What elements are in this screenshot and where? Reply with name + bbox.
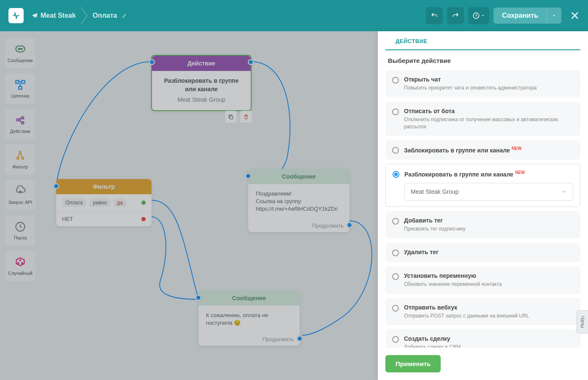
chat-tab[interactable]: Чаты: [577, 310, 588, 334]
page-title: Оплата: [93, 12, 117, 19]
option-title: Создать сделку: [404, 335, 574, 342]
option-add-tag[interactable]: Добавить тег Присвоить тег подписчику: [385, 211, 580, 239]
option-title: Установить переменную: [404, 272, 574, 279]
breadcrumb-separator: [79, 7, 89, 24]
history-button[interactable]: [468, 7, 489, 24]
option-unblock[interactable]: Разблокировать в группе или каналеNEW Me…: [385, 164, 580, 207]
option-remove-tag[interactable]: Удалить тег: [385, 243, 580, 262]
option-webhook[interactable]: Отправить вебхук Отправить POST запрос с…: [385, 298, 580, 326]
save-dropdown[interactable]: [547, 8, 561, 24]
radio[interactable]: [392, 109, 399, 115]
pulse-icon: [12, 11, 20, 20]
option-desc: Отключить подписчика от получения массов…: [404, 116, 574, 130]
header-actions: Сохранить ✕: [426, 7, 580, 24]
app-header: Meat Steak Оплата Сохранить ✕: [0, 0, 588, 31]
option-desc: Отправить POST запрос с данными на внешн…: [404, 312, 574, 320]
new-badge: NEW: [515, 170, 525, 175]
radio[interactable]: [392, 147, 399, 154]
option-desc: Добавить сделку в CRM: [404, 344, 574, 347]
option-title: Отправить вебхук: [404, 304, 574, 311]
option-title: Добавить тег: [404, 217, 574, 224]
undo-icon: [431, 12, 438, 19]
apply-button[interactable]: Применить: [385, 355, 441, 372]
breadcrumb: Meat Steak Оплата: [31, 7, 127, 24]
new-badge: NEW: [512, 146, 521, 151]
close-button[interactable]: ✕: [570, 9, 580, 23]
telegram-icon: [31, 12, 38, 19]
modal-overlay[interactable]: [0, 31, 378, 380]
radio[interactable]: [392, 218, 399, 225]
breadcrumb-bot[interactable]: Meat Steak: [31, 12, 76, 19]
option-desc: Повысить приоритет чата и оповестить адм…: [404, 84, 574, 92]
option-desc: Присвоить тег подписчику: [404, 225, 574, 233]
redo-icon: [452, 12, 459, 19]
panel-footer: Применить: [378, 347, 588, 380]
radio[interactable]: [392, 336, 399, 343]
save-button-group: Сохранить: [493, 8, 561, 24]
radio[interactable]: [392, 305, 399, 312]
undo-button[interactable]: [426, 7, 443, 24]
save-button[interactable]: Сохранить: [493, 8, 547, 24]
option-block[interactable]: Заблокировать в группе или каналеNEW: [385, 140, 580, 160]
radio[interactable]: [392, 273, 399, 280]
breadcrumb-page[interactable]: Оплата: [93, 12, 127, 19]
panel-header: ДЕЙСТВИЕ: [385, 31, 580, 50]
option-title: Заблокировать в группе или каналеNEW: [404, 146, 574, 154]
option-title: Открыть чат: [404, 76, 574, 83]
action-panel: ДЕЙСТВИЕ Выберите действие Открыть чат П…: [378, 31, 588, 380]
option-desc: Обновить значение переменной контакта: [404, 281, 574, 288]
option-title: Удалить тег: [404, 249, 574, 255]
radio[interactable]: [392, 250, 399, 256]
panel-subtitle: Выберите действие: [385, 57, 580, 64]
option-title: Разблокировать в группе или каналеNEW: [404, 170, 573, 178]
option-create-deal[interactable]: Создать сделку Добавить сделку в CRM: [385, 329, 580, 347]
option-open-chat[interactable]: Открыть чат Повысить приоритет чата и оп…: [385, 70, 580, 98]
option-title: Отписать от бота: [404, 108, 574, 114]
option-unsubscribe[interactable]: Отписать от бота Отключить подписчика от…: [385, 102, 580, 136]
edit-icon[interactable]: [122, 13, 127, 19]
chevron-down-icon: [481, 14, 485, 18]
bot-name: Meat Steak: [41, 12, 76, 19]
redo-button[interactable]: [447, 7, 464, 24]
select-value: Meat Steak Group: [411, 188, 459, 195]
logo[interactable]: [8, 8, 24, 23]
option-set-variable[interactable]: Установить переменную Обновить значение …: [385, 266, 580, 294]
chevron-down-icon: [552, 14, 556, 18]
panel-body: Выберите действие Открыть чат Повысить п…: [378, 50, 588, 347]
radio[interactable]: [392, 77, 399, 84]
group-select[interactable]: Meat Steak Group: [404, 183, 573, 201]
radio[interactable]: [393, 171, 399, 178]
chevron-down-icon: [562, 189, 567, 194]
history-icon: [472, 12, 480, 19]
